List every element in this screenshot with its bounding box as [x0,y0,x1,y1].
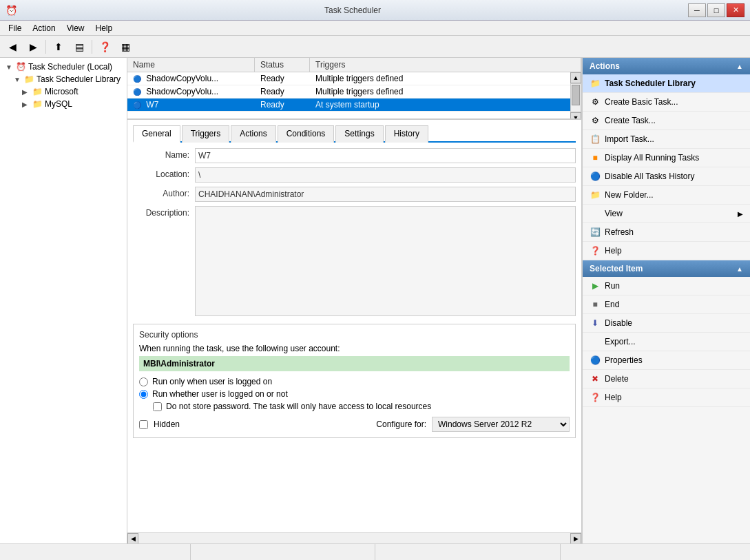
action-label-new-folder: New Folder... [605,190,654,200]
task-cell-status: Ready [255,98,310,111]
toolbar-help[interactable]: ❓ [95,38,114,56]
action-item-create-basic[interactable]: ⚙ Create Basic Task... [583,93,750,112]
status-section-4 [561,544,745,560]
radio-run-logged-on: Run only when user is logged on [139,377,570,386]
toolbar-view[interactable]: ▤ [70,38,89,56]
vscroll-thumb[interactable] [572,85,580,105]
details-hscroll-left[interactable]: ◀ [127,533,138,544]
radio-whether-input[interactable] [139,390,148,399]
task-name: ShadowCopyVolu... [146,74,218,83]
action-item-disable-history[interactable]: 🔵 Disable All Tasks History [583,167,750,186]
details-hscroll-track[interactable] [138,534,570,543]
action-item-run[interactable]: ▶ Run [583,277,750,295]
tree-item-mysql[interactable]: ▶ 📁 MySQL [0,98,127,110]
status-bar [0,543,750,560]
maximize-button[interactable]: □ [707,3,725,17]
action-item-end[interactable]: ■ End [583,295,750,314]
action-item-new-folder[interactable]: 📁 New Folder... [583,186,750,205]
task-row[interactable]: 🔵 W7 Ready At system startup [127,98,570,112]
action-label-delete: Delete [605,374,629,384]
action-item-export[interactable]: Export... [583,333,750,351]
form-row-author: Author: [133,187,576,202]
actions-collapse-btn[interactable]: ▲ [736,63,743,70]
toolbar-forward[interactable]: ▶ [23,38,43,56]
vscroll-down[interactable]: ▼ [570,112,581,120]
form-row-name: Name: [133,148,576,163]
menu-bar: File Action View Help [0,21,750,36]
tree-icon-mysql: 📁 [32,99,43,109]
action-label-disable-history: Disable All Tasks History [605,172,695,181]
tree-label-microsoft: Microsoft [45,87,79,96]
vscroll-track[interactable] [570,83,581,112]
window-title: Task Scheduler [17,6,688,15]
status-section-1 [6,544,191,560]
tree-expander-microsoft: ▶ [22,88,30,96]
close-button[interactable]: ✕ [727,3,744,17]
action-item-view[interactable]: View ▶ [583,205,750,223]
action-icon-end: ■ [590,299,601,310]
toolbar-sep-2 [92,40,92,54]
action-item-help-1[interactable]: ❓ Help [583,242,750,260]
name-input[interactable] [195,148,576,163]
action-item-help-2[interactable]: ❓ Help [583,388,750,407]
task-list-vscrollbar[interactable]: ▲ ▼ [570,72,581,120]
menu-view[interactable]: View [61,22,90,34]
selected-item-collapse-btn[interactable]: ▲ [736,265,743,273]
tab-settings[interactable]: Settings [335,125,383,143]
action-label-help-2: Help [605,393,622,402]
menu-action[interactable]: Action [27,22,61,34]
title-bar: ⏰ Task Scheduler ─ □ ✕ [0,0,750,21]
configure-select[interactable]: Windows Server 2012 R2 Windows Vista, Wi… [432,417,570,432]
tab-general[interactable]: General [133,125,180,143]
action-item-properties[interactable]: 🔵 Properties [583,351,750,370]
task-row[interactable]: 🔵 ShadowCopyVolu... Ready Multiple trigg… [127,72,570,85]
form-label-name: Name: [133,148,195,160]
form-row-location: Location: [133,167,576,183]
tab-history[interactable]: History [385,125,428,143]
tab-conditions[interactable]: Conditions [278,125,335,143]
toolbar-extra[interactable]: ▦ [116,38,135,56]
location-input[interactable] [195,167,576,183]
task-row[interactable]: 🔵 ShadowCopyVolu... Ready Multiple trigg… [127,85,570,98]
tree-expander-library: ▼ [14,76,22,83]
toolbar-up[interactable]: ⬆ [49,38,68,56]
tree-item-library[interactable]: ▼ 📁 Task Scheduler Library [0,73,127,85]
radio-logged-on-input[interactable] [139,377,148,386]
action-icon-refresh: 🔄 [590,227,601,238]
tree-label-mysql: MySQL [45,99,72,109]
minimize-button[interactable]: ─ [688,3,706,17]
action-item-import[interactable]: 📋 Import Task... [583,130,750,149]
action-item-create[interactable]: ⚙ Create Task... [583,112,750,130]
tab-actions[interactable]: Actions [231,125,275,143]
vscroll-up[interactable]: ▲ [570,72,581,83]
action-icon-library: 📁 [590,78,601,89]
action-item-library[interactable]: 📁 Task Scheduler Library [583,74,750,93]
menu-help[interactable]: Help [90,22,118,34]
author-input[interactable] [195,187,576,202]
tree-icon-local: ⏰ [16,62,26,72]
details-hscrollbar[interactable]: ◀ ▶ [127,532,581,543]
center-panel: Name Status Triggers 🔵 ShadowCopyVolu...… [127,58,581,543]
action-icon-import: 📋 [590,134,601,145]
status-section-2 [191,544,376,560]
hidden-checkbox[interactable] [139,420,148,429]
action-item-disable[interactable]: ⬇ Disable [583,314,750,333]
task-list-header: Name Status Triggers [127,58,581,72]
action-label-help-1: Help [605,246,622,256]
action-item-display-running[interactable]: ■ Display All Running Tasks [583,149,750,167]
tab-triggers[interactable]: Triggers [182,125,230,143]
menu-file[interactable]: File [3,22,27,34]
action-item-delete[interactable]: ✖ Delete [583,370,750,388]
description-textarea[interactable] [195,206,576,316]
tree-item-local[interactable]: ▼ ⏰ Task Scheduler (Local) [0,61,127,73]
action-item-refresh[interactable]: 🔄 Refresh [583,223,750,242]
tree-item-microsoft[interactable]: ▶ 📁 Microsoft [0,85,127,98]
details-hscroll-right[interactable]: ▶ [570,533,581,544]
action-label-library: Task Scheduler Library [605,79,696,88]
security-section: Security options When running the task, … [133,324,576,438]
actions-section-title: Actions [590,61,620,71]
actions-section-header: Actions ▲ [583,58,750,74]
no-password-checkbox[interactable] [153,402,162,411]
security-title: Security options [139,330,570,340]
toolbar-back[interactable]: ◀ [3,38,22,56]
